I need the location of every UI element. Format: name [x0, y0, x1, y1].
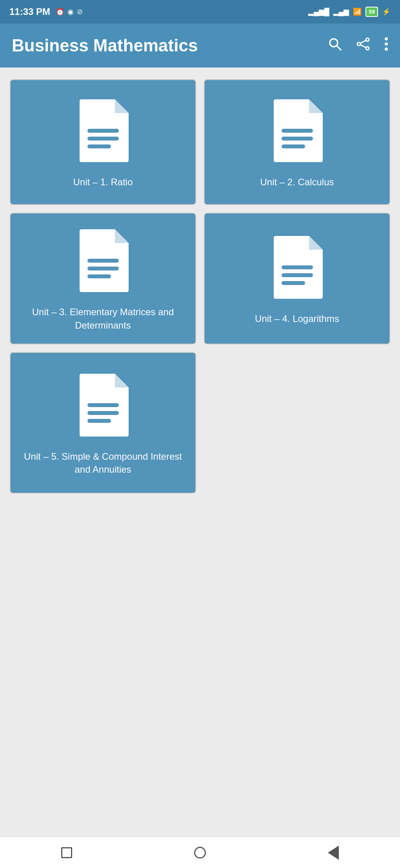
svg-rect-13 — [282, 129, 313, 133]
home-button[interactable] — [194, 847, 206, 859]
unit-card-3[interactable]: Unit – 3. Elementary Matrices and Determ… — [10, 213, 196, 344]
wifi-icon: 📶 — [353, 7, 362, 16]
unit-card-5[interactable]: Unit – 5. Simple & Compound Interest and… — [10, 352, 196, 493]
document-icon-5 — [78, 374, 129, 437]
svg-point-9 — [385, 48, 388, 51]
svg-rect-18 — [87, 274, 111, 278]
unit-card-1[interactable]: Unit – 1. Ratio — [10, 79, 196, 205]
svg-rect-20 — [282, 273, 313, 277]
app-bar: Business Mathematics — [0, 24, 400, 68]
unit-4-label: Unit – 4. Logarithms — [255, 312, 339, 325]
svg-rect-24 — [87, 419, 111, 423]
svg-point-2 — [366, 38, 369, 41]
document-icon-3 — [78, 229, 129, 292]
signal-icon-1: ▂▄▆█ — [308, 7, 329, 16]
unit-1-label: Unit – 1. Ratio — [73, 175, 133, 189]
svg-rect-12 — [87, 144, 111, 148]
svg-rect-21 — [282, 281, 305, 285]
status-bar: 11:33 PM ⏰ ◉ ⊘ ▂▄▆█ ▂▄▆ 📶 59 ⚡ — [0, 0, 400, 24]
unit-card-2[interactable]: Unit – 2. Calculus — [204, 79, 390, 205]
bottom-nav-bar — [0, 837, 400, 868]
share-button[interactable] — [356, 37, 370, 55]
status-left: 11:33 PM ⏰ ◉ ⊘ — [9, 6, 83, 17]
svg-line-6 — [360, 45, 366, 48]
status-icons: ⏰ ◉ ⊘ — [56, 7, 83, 16]
document-icon-4 — [272, 236, 323, 299]
unit-3-label: Unit – 3. Elementary Matrices and Determ… — [18, 305, 187, 332]
main-content: Unit – 1. Ratio Unit – 2. Calculus Uni — [0, 68, 400, 837]
blocked-icon: ⊘ — [77, 7, 83, 16]
svg-rect-14 — [282, 137, 313, 141]
svg-point-3 — [357, 42, 360, 46]
alarm-icon: ⏰ — [56, 7, 64, 16]
unit-2-label: Unit – 2. Calculus — [260, 175, 334, 189]
svg-rect-17 — [87, 267, 119, 270]
svg-point-7 — [385, 37, 388, 40]
svg-line-5 — [360, 40, 366, 43]
location-icon: ◉ — [67, 7, 74, 16]
svg-line-1 — [337, 46, 341, 50]
battery-indicator: 59 — [365, 7, 378, 17]
document-icon-1 — [78, 99, 129, 162]
units-grid: Unit – 1. Ratio Unit – 2. Calculus Uni — [10, 79, 390, 493]
svg-rect-10 — [87, 129, 119, 133]
app-title: Business Mathematics — [12, 36, 198, 55]
unit-card-4[interactable]: Unit – 4. Logarithms — [204, 213, 390, 344]
search-button[interactable] — [328, 37, 342, 55]
unit-5-label: Unit – 5. Simple & Compound Interest and… — [18, 450, 187, 476]
svg-point-8 — [385, 42, 388, 46]
status-right: ▂▄▆█ ▂▄▆ 📶 59 ⚡ — [308, 7, 391, 17]
svg-rect-22 — [87, 403, 119, 407]
svg-rect-16 — [87, 259, 119, 263]
svg-rect-19 — [282, 265, 313, 269]
svg-rect-11 — [87, 137, 119, 141]
document-icon-2 — [272, 99, 323, 162]
status-time: 11:33 PM — [9, 6, 50, 17]
more-options-button[interactable] — [384, 37, 388, 55]
svg-rect-23 — [87, 411, 119, 415]
svg-point-4 — [366, 47, 369, 50]
app-bar-actions — [328, 37, 388, 55]
charging-icon: ⚡ — [382, 7, 391, 16]
signal-icon-2: ▂▄▆ — [333, 7, 349, 16]
recents-button[interactable] — [61, 847, 72, 858]
back-button[interactable] — [328, 846, 339, 860]
svg-rect-15 — [282, 144, 305, 148]
